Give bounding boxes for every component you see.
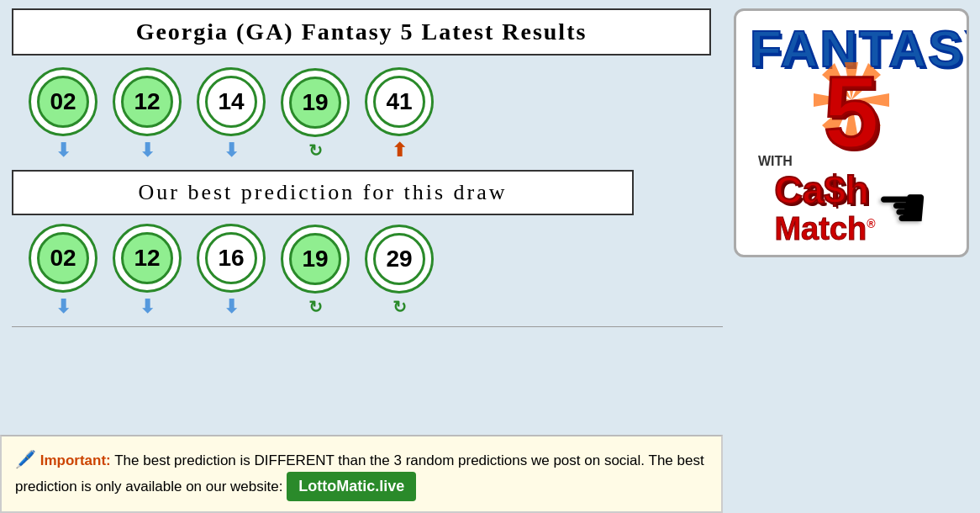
notice-emoji: 🖊️ <box>15 450 36 468</box>
important-label: Important: <box>40 452 111 468</box>
ball-5: 41 <box>373 76 425 128</box>
pred-arrow-down-2: ⬇ <box>140 296 155 318</box>
ball-4: 19 <box>289 77 341 129</box>
pred-ball-container-3: 16 ⬇ <box>197 224 266 318</box>
pred-ball-container-2: 12 ⬇ <box>113 224 182 318</box>
fantasy-5-number: 5 <box>750 66 953 157</box>
ball-container-4: 19 ↻ <box>281 68 350 161</box>
pred-arrow-down-1: ⬇ <box>55 296 71 318</box>
ball-1: 02 <box>37 76 89 128</box>
prediction-label: Our best prediction for this draw <box>12 170 634 215</box>
pred-ball-outer-4: 19 <box>281 225 350 294</box>
pred-ball-5: 29 <box>373 233 425 285</box>
ball-outer-2: 12 <box>113 67 182 136</box>
arrow-down-1: ⬇ <box>55 140 71 161</box>
ball-outer-5: 41 <box>365 67 434 136</box>
ball-container-5: 41 ⬆ <box>365 67 434 161</box>
important-notice: 🖊️ Important: The best prediction is DIF… <box>0 435 723 513</box>
ball-3: 14 <box>205 76 257 128</box>
pred-arrow-refresh-5: ↻ <box>393 297 407 317</box>
pred-ball-2: 12 <box>121 232 173 284</box>
prediction-section: 02 ⬇ 12 ⬇ 16 ⬇ 19 <box>12 224 711 318</box>
draw-balls-row: 02 ⬇ 12 ⬇ 14 ⬇ 19 <box>12 67 711 161</box>
pred-ball-outer-5: 29 <box>365 225 434 294</box>
lottomatic-link[interactable]: LottoMatic.live <box>287 472 416 501</box>
hand-cursor-icon: ☛ <box>876 173 929 242</box>
draw-results-section: 02 ⬇ 12 ⬇ 14 ⬇ 19 <box>12 67 711 161</box>
ball-outer-3: 14 <box>197 67 266 136</box>
match-text: Match® <box>774 212 875 247</box>
pred-ball-container-4: 19 ↻ <box>281 225 350 317</box>
main-content: Georgia (GA) Fantasy 5 Latest Results 02… <box>0 0 723 513</box>
ball-container-3: 14 ⬇ <box>197 67 266 161</box>
ball-2: 12 <box>121 76 173 128</box>
divider <box>12 326 735 327</box>
right-panel: FANTASY™ 5 <box>723 0 980 513</box>
pred-ball-outer-2: 12 <box>113 224 182 293</box>
arrow-up-5: ⬆ <box>392 140 407 161</box>
page-title: Georgia (GA) Fantasy 5 Latest Results <box>136 19 587 45</box>
registered-mark: ® <box>867 217 875 230</box>
ball-outer-1: 02 <box>29 67 97 136</box>
pred-ball-container-5: 29 ↻ <box>365 225 434 317</box>
prediction-balls-row: 02 ⬇ 12 ⬇ 16 ⬇ 19 <box>12 224 711 318</box>
ball-outer-4: 19 <box>281 68 350 137</box>
pred-arrow-refresh-4: ↻ <box>308 297 323 317</box>
ball-container-2: 12 ⬇ <box>113 67 182 161</box>
fantasy-logo-box: FANTASY™ 5 <box>734 8 969 257</box>
pred-arrow-down-3: ⬇ <box>224 296 239 318</box>
title-bar: Georgia (GA) Fantasy 5 Latest Results <box>12 8 711 56</box>
pred-ball-1: 02 <box>37 232 89 284</box>
pred-ball-outer-3: 16 <box>197 224 266 293</box>
pred-ball-outer-1: 02 <box>29 224 97 293</box>
pred-ball-3: 16 <box>205 232 257 284</box>
logo-bottom-row: Ca$h Match® ☛ <box>750 169 953 246</box>
arrow-down-2: ⬇ <box>140 140 155 161</box>
cash-text: Ca$h <box>774 169 875 212</box>
ball-container-1: 02 ⬇ <box>29 67 97 161</box>
arrow-refresh-4: ↻ <box>308 140 323 161</box>
pred-ball-4: 19 <box>289 233 341 285</box>
arrow-down-3: ⬇ <box>224 140 239 161</box>
pred-ball-container-1: 02 ⬇ <box>29 224 97 318</box>
